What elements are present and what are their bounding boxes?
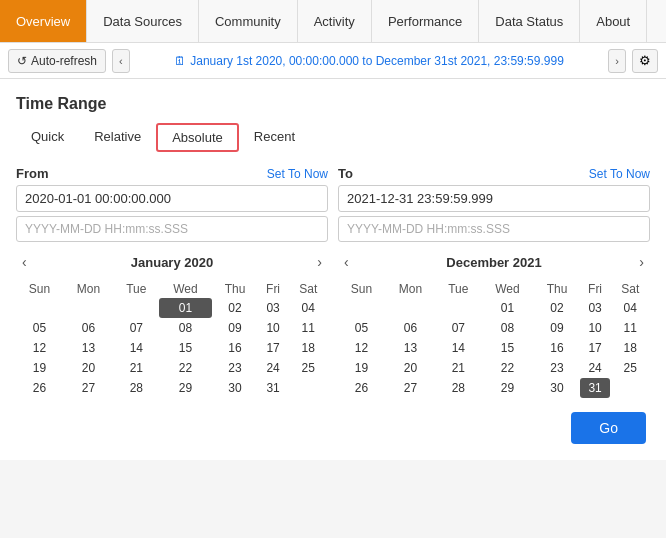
cal-day[interactable]: 30 [534,378,579,398]
cal-day[interactable]: 11 [610,318,650,338]
cal-day [114,298,158,318]
cal-day[interactable]: 24 [258,358,289,378]
cal-day[interactable]: 21 [436,358,480,378]
left-calendar: ‹ January 2020 › SunMonTueWedThuFriSat01… [16,252,328,398]
cal-day[interactable]: 03 [580,298,611,318]
cal-day[interactable]: 14 [436,338,480,358]
cal-day[interactable]: 13 [385,338,436,358]
cal-day[interactable]: 18 [610,338,650,358]
settings-button[interactable]: ⚙ [632,49,658,73]
cal-day[interactable]: 16 [212,338,257,358]
nav-item-performance[interactable]: Performance [372,0,479,42]
cal-day[interactable]: 04 [610,298,650,318]
date-range-label: January 1st 2020, 00:00:00.000 to Decemb… [190,54,564,68]
to-col: To Set To Now YYYY-MM-DD HH:mm:ss.SSS [338,166,650,242]
cal-day[interactable]: 22 [481,358,535,378]
cal-day[interactable]: 05 [16,318,63,338]
go-button[interactable]: Go [571,412,646,444]
cal-day[interactable]: 09 [534,318,579,338]
cal-day[interactable]: 06 [385,318,436,338]
cal-day[interactable]: 25 [610,358,650,378]
cal-day[interactable]: 08 [481,318,535,338]
cal-day[interactable]: 10 [258,318,289,338]
cal-day[interactable]: 06 [63,318,114,338]
auto-refresh-button[interactable]: ↺ Auto-refresh [8,49,106,73]
cal-day-header: Fri [258,280,289,298]
cal-day[interactable]: 19 [338,358,385,378]
from-input[interactable] [16,185,328,212]
cal-day[interactable]: 12 [338,338,385,358]
cal-day[interactable]: 18 [288,338,328,358]
from-set-now[interactable]: Set To Now [267,167,328,181]
tab-quick[interactable]: Quick [16,123,79,152]
cal-day[interactable]: 17 [258,338,289,358]
cal-day[interactable]: 13 [63,338,114,358]
cal-day[interactable]: 21 [114,358,158,378]
datetime-row: From Set To Now YYYY-MM-DD HH:mm:ss.SSS … [16,166,650,242]
cal-day[interactable]: 23 [212,358,257,378]
cal-day[interactable]: 29 [159,378,213,398]
nav-item-community[interactable]: Community [199,0,298,42]
cal-day[interactable]: 12 [16,338,63,358]
cal-day[interactable]: 05 [338,318,385,338]
cal-day[interactable]: 10 [580,318,611,338]
cal-day[interactable]: 02 [212,298,257,318]
right-cal-next[interactable]: › [633,252,650,272]
nav-item-data-sources[interactable]: Data Sources [87,0,199,42]
nav-item-about[interactable]: About [580,0,647,42]
cal-day[interactable]: 28 [114,378,158,398]
cal-day[interactable]: 20 [63,358,114,378]
cal-day-header: Mon [385,280,436,298]
nav-item-data-status[interactable]: Data Status [479,0,580,42]
auto-refresh-label: Auto-refresh [31,54,97,68]
cal-day[interactable]: 08 [159,318,213,338]
cal-day[interactable]: 26 [338,378,385,398]
cal-day[interactable]: 25 [288,358,328,378]
cal-day[interactable]: 22 [159,358,213,378]
tab-absolute[interactable]: Absolute [156,123,239,152]
left-cal-next[interactable]: › [311,252,328,272]
cal-day[interactable]: 02 [534,298,579,318]
cal-day[interactable]: 04 [288,298,328,318]
to-label: To [338,166,353,181]
to-input[interactable] [338,185,650,212]
cal-day[interactable]: 24 [580,358,611,378]
nav-item-overview[interactable]: Overview [0,0,87,42]
cal-day[interactable]: 17 [580,338,611,358]
cal-day[interactable]: 07 [436,318,480,338]
cal-day[interactable]: 20 [385,358,436,378]
cal-day[interactable]: 09 [212,318,257,338]
calendar-icon: 🗓 [174,54,186,68]
cal-day[interactable]: 11 [288,318,328,338]
to-set-now[interactable]: Set To Now [589,167,650,181]
cal-day[interactable]: 27 [385,378,436,398]
cal-day-header: Wed [159,280,213,298]
right-calendar: ‹ December 2021 › SunMonTueWedThuFriSat0… [338,252,650,398]
cal-day[interactable]: 31 [580,378,611,398]
cal-day[interactable]: 14 [114,338,158,358]
left-cal-prev[interactable]: ‹ [16,252,33,272]
cal-day[interactable]: 03 [258,298,289,318]
cal-day[interactable]: 15 [159,338,213,358]
next-time-button[interactable]: › [608,49,626,73]
cal-day[interactable]: 30 [212,378,257,398]
cal-day[interactable]: 07 [114,318,158,338]
from-col: From Set To Now YYYY-MM-DD HH:mm:ss.SSS [16,166,328,242]
cal-day[interactable]: 26 [16,378,63,398]
nav-item-activity[interactable]: Activity [298,0,372,42]
cal-day[interactable]: 31 [258,378,289,398]
tab-recent[interactable]: Recent [239,123,310,152]
cal-day[interactable]: 29 [481,378,535,398]
tab-relative[interactable]: Relative [79,123,156,152]
cal-day[interactable]: 27 [63,378,114,398]
cal-day[interactable]: 23 [534,358,579,378]
cal-day[interactable]: 01 [481,298,535,318]
prev-time-button[interactable]: ‹ [112,49,130,73]
cal-day[interactable]: 28 [436,378,480,398]
time-range-tabs: QuickRelativeAbsoluteRecent [16,123,650,152]
cal-day[interactable]: 19 [16,358,63,378]
cal-day[interactable]: 01 [159,298,213,318]
cal-day[interactable]: 15 [481,338,535,358]
right-cal-prev[interactable]: ‹ [338,252,355,272]
cal-day[interactable]: 16 [534,338,579,358]
